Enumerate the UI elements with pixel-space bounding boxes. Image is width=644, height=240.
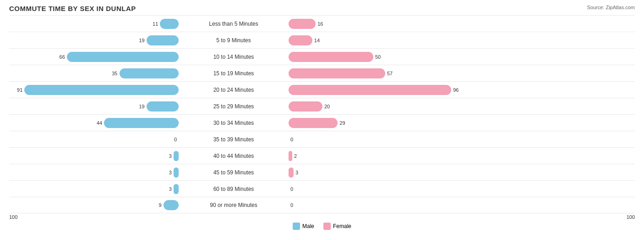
male-value: 19 bbox=[139, 104, 144, 109]
female-side: 96 bbox=[289, 82, 458, 98]
female-value: 0 bbox=[290, 202, 293, 208]
category-label: 40 to 44 Minutes bbox=[179, 153, 289, 159]
bar-row: 035 to 39 Minutes0 bbox=[9, 131, 635, 147]
chart-container: COMMUTE TIME BY SEX IN DUNLAP Source: Zi… bbox=[0, 0, 644, 240]
male-value: 0 bbox=[174, 137, 177, 142]
bar-row: 3515 to 19 Minutes57 bbox=[9, 65, 635, 81]
bar-row: 9120 to 24 Minutes96 bbox=[9, 81, 635, 98]
female-side: 50 bbox=[289, 49, 458, 65]
legend-female: Female bbox=[323, 223, 351, 230]
legend-male: Male bbox=[293, 223, 314, 230]
male-bar bbox=[147, 101, 179, 112]
male-side: 11 bbox=[9, 16, 179, 32]
female-bar bbox=[289, 68, 385, 78]
category-label: 15 to 19 Minutes bbox=[179, 70, 289, 77]
female-bar bbox=[289, 85, 451, 95]
male-side: 19 bbox=[9, 32, 179, 48]
female-bar bbox=[289, 52, 373, 62]
female-label: Female bbox=[333, 223, 351, 229]
female-side: 16 bbox=[289, 16, 458, 32]
category-label: 90 or more Minutes bbox=[179, 202, 289, 208]
female-value: 16 bbox=[317, 21, 323, 27]
female-value: 57 bbox=[387, 71, 393, 76]
chart-title: COMMUTE TIME BY SEX IN DUNLAP bbox=[9, 5, 635, 12]
female-value: 29 bbox=[339, 120, 345, 126]
female-bar bbox=[289, 19, 316, 29]
female-side: 20 bbox=[289, 98, 458, 114]
male-side: 91 bbox=[9, 82, 179, 98]
male-swatch bbox=[293, 223, 300, 230]
category-label: 10 to 14 Minutes bbox=[179, 54, 289, 60]
male-label: Male bbox=[302, 223, 314, 229]
bar-row: 340 to 44 Minutes2 bbox=[9, 147, 635, 164]
male-value: 91 bbox=[17, 87, 22, 93]
female-bar bbox=[289, 151, 292, 161]
female-value: 3 bbox=[295, 170, 298, 175]
category-label: 35 to 39 Minutes bbox=[179, 136, 289, 143]
male-value: 3 bbox=[169, 170, 172, 175]
female-side: 0 bbox=[289, 131, 458, 147]
male-value: 44 bbox=[97, 120, 102, 126]
female-side: 14 bbox=[289, 32, 458, 48]
female-bar bbox=[289, 118, 338, 128]
female-side: 57 bbox=[289, 65, 458, 81]
female-value: 0 bbox=[290, 137, 293, 142]
male-side: 19 bbox=[9, 98, 179, 114]
bar-row: 990 or more Minutes0 bbox=[9, 197, 635, 213]
female-side: 0 bbox=[289, 181, 458, 197]
female-value: 2 bbox=[294, 153, 297, 159]
bar-row: 195 to 9 Minutes14 bbox=[9, 32, 635, 48]
category-label: 30 to 34 Minutes bbox=[179, 120, 289, 126]
bar-row: 11Less than 5 Minutes16 bbox=[9, 15, 635, 32]
axis-min: 100 bbox=[9, 214, 17, 220]
female-value: 14 bbox=[314, 38, 320, 43]
male-value: 11 bbox=[153, 21, 158, 27]
female-value: 0 bbox=[290, 186, 293, 192]
category-label: 25 to 29 Minutes bbox=[179, 103, 289, 110]
axis-max: 100 bbox=[627, 214, 635, 220]
female-side: 2 bbox=[289, 148, 458, 164]
bar-row: 6610 to 14 Minutes50 bbox=[9, 48, 635, 65]
chart-body: 11Less than 5 Minutes16195 to 9 Minutes1… bbox=[9, 15, 635, 230]
category-label: 60 to 89 Minutes bbox=[179, 186, 289, 192]
female-value: 96 bbox=[453, 87, 458, 93]
male-value: 3 bbox=[169, 186, 172, 192]
male-side: 44 bbox=[9, 115, 179, 131]
male-side: 0 bbox=[9, 131, 179, 147]
female-side: 3 bbox=[289, 164, 458, 180]
male-bar bbox=[104, 118, 179, 128]
legend: Male Female bbox=[9, 223, 635, 230]
male-value: 66 bbox=[60, 54, 65, 60]
male-value: 9 bbox=[159, 202, 162, 208]
male-bar bbox=[160, 19, 179, 29]
male-bar bbox=[24, 85, 179, 95]
male-bar bbox=[67, 52, 179, 62]
male-bar bbox=[174, 151, 179, 161]
male-bar bbox=[147, 35, 179, 45]
category-label: 20 to 24 Minutes bbox=[179, 87, 289, 93]
male-side: 66 bbox=[9, 49, 179, 65]
male-value: 3 bbox=[169, 153, 172, 159]
male-bar bbox=[174, 167, 179, 178]
male-value: 19 bbox=[139, 38, 144, 43]
female-side: 29 bbox=[289, 115, 458, 131]
bar-row: 1925 to 29 Minutes20 bbox=[9, 98, 635, 114]
category-label: 5 to 9 Minutes bbox=[179, 37, 289, 44]
male-side: 9 bbox=[9, 197, 179, 213]
female-bar bbox=[289, 101, 322, 112]
male-value: 35 bbox=[112, 71, 117, 76]
female-value: 20 bbox=[324, 104, 330, 109]
male-bar bbox=[164, 200, 179, 210]
female-swatch bbox=[323, 223, 331, 230]
bar-row: 360 to 89 Minutes0 bbox=[9, 180, 635, 197]
female-bar bbox=[289, 167, 294, 178]
bar-row: 345 to 59 Minutes3 bbox=[9, 164, 635, 180]
bars-area: 11Less than 5 Minutes16195 to 9 Minutes1… bbox=[9, 15, 635, 213]
male-side: 3 bbox=[9, 164, 179, 180]
female-bar bbox=[289, 35, 312, 45]
female-value: 50 bbox=[375, 54, 381, 60]
male-bar bbox=[174, 184, 179, 194]
axis-labels: 100 100 bbox=[9, 214, 635, 220]
source-label: Source: ZipAtlas.com bbox=[587, 5, 635, 10]
category-label: Less than 5 Minutes bbox=[179, 21, 289, 27]
